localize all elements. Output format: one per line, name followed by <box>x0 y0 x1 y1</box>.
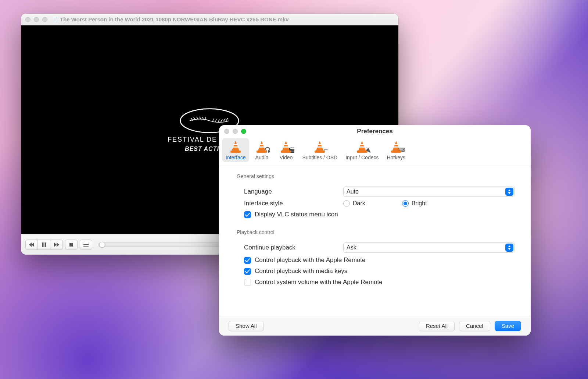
continue-select[interactable]: Ask <box>343 242 514 253</box>
prefs-content: General settings Language Auto Interface… <box>219 165 531 316</box>
svg-rect-2 <box>44 242 46 247</box>
cone-icon <box>227 140 244 153</box>
tab-label: Interface <box>226 155 245 160</box>
tab-audio[interactable]: 🎧 Audio <box>250 138 273 162</box>
checkbox-system-volume[interactable] <box>244 279 251 286</box>
language-select[interactable]: Auto <box>343 187 514 197</box>
radio-bright-label: Bright <box>412 200 427 207</box>
section-playback-label: Playback control <box>237 229 514 235</box>
cone-plug-icon: 🔌 <box>354 140 370 153</box>
minimize-button[interactable] <box>233 129 238 134</box>
pause-button[interactable] <box>38 240 50 250</box>
checkbox-system-volume-label: Control system volume with the Apple Rem… <box>255 279 383 286</box>
checkbox-media-keys[interactable] <box>244 268 251 275</box>
tab-input-codecs[interactable]: 🔌 Input / Codecs <box>342 138 382 162</box>
radio-dark-label: Dark <box>353 200 365 207</box>
forward-button[interactable] <box>50 240 63 250</box>
progress-knob[interactable] <box>99 242 105 248</box>
cancel-button[interactable]: Cancel <box>459 321 490 331</box>
continue-label: Continue playback <box>244 244 337 251</box>
player-title: The Worst Person in the World 2021 1080p… <box>60 16 289 22</box>
close-button[interactable] <box>224 129 229 134</box>
cone-keys-icon: ⌨ <box>388 140 404 153</box>
cone-glasses-icon: 🎬 <box>278 140 294 153</box>
preferences-window: Preferences Interface 🎧 Audio 🎬 Video ▭ … <box>219 125 531 336</box>
language-value: Auto <box>347 188 359 195</box>
continue-value: Ask <box>347 244 356 251</box>
playlist-button[interactable] <box>80 240 92 250</box>
tab-label: Subtitles / OSD <box>302 155 337 160</box>
radio-icon <box>402 200 409 207</box>
checkbox-apple-remote[interactable] <box>244 257 251 264</box>
section-general-label: General settings <box>237 173 514 179</box>
player-titlebar: 📄 The Worst Person in the World 2021 108… <box>21 14 398 25</box>
rewind-button[interactable] <box>25 240 38 250</box>
prefs-toolbar: Interface 🎧 Audio 🎬 Video ▭ Subtitles / … <box>219 138 531 165</box>
checkbox-status-icon[interactable] <box>244 211 251 218</box>
tab-subtitles[interactable]: ▭ Subtitles / OSD <box>298 138 341 162</box>
checkbox-status-icon-label: Display VLC status menu icon <box>255 211 338 218</box>
checkbox-media-keys-label: Control playback with media keys <box>255 268 347 275</box>
style-label: Interface style <box>244 200 337 207</box>
document-icon: 📄 <box>52 17 58 22</box>
chevron-updown-icon <box>505 188 513 196</box>
prefs-footer: Show All Reset All Cancel Save <box>219 316 531 336</box>
tab-interface[interactable]: Interface <box>222 138 249 162</box>
svg-rect-1 <box>42 242 44 247</box>
tab-label: Hotkeys <box>387 155 405 160</box>
zoom-button[interactable] <box>241 129 246 134</box>
minimize-button[interactable] <box>34 17 39 22</box>
checkbox-apple-remote-label: Control playback with the Apple Remote <box>255 256 365 264</box>
tab-label: Video <box>280 155 293 160</box>
tab-video[interactable]: 🎬 Video <box>274 138 298 162</box>
language-label: Language <box>244 188 337 195</box>
cone-headphones-icon: 🎧 <box>254 140 270 153</box>
tab-label: Input / Codecs <box>345 155 379 160</box>
svg-rect-3 <box>69 243 73 247</box>
reset-all-button[interactable]: Reset All <box>419 321 455 331</box>
close-button[interactable] <box>25 17 31 22</box>
zoom-button[interactable] <box>42 17 47 22</box>
radio-bright[interactable]: Bright <box>402 200 427 207</box>
save-button[interactable]: Save <box>495 321 521 331</box>
prefs-titlebar: Preferences <box>219 125 531 138</box>
show-all-button[interactable]: Show All <box>229 321 264 331</box>
tab-label: Audio <box>255 155 269 160</box>
cone-board-icon: ▭ <box>312 140 328 153</box>
radio-dark[interactable]: Dark <box>343 200 365 207</box>
tab-hotkeys[interactable]: ⌨ Hotkeys <box>383 138 409 162</box>
stop-button[interactable] <box>65 240 78 250</box>
prefs-title: Preferences <box>219 128 531 135</box>
radio-icon <box>343 200 350 207</box>
chevron-updown-icon <box>505 244 513 252</box>
